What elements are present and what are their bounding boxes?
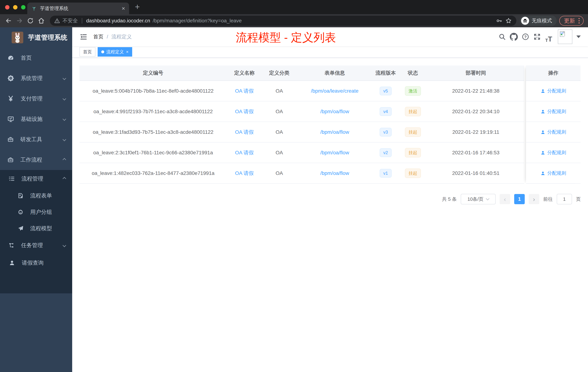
chevron-down-icon	[63, 243, 66, 247]
incognito-badge: 无痕模式	[520, 15, 557, 26]
definition-name-link[interactable]: OA 请假	[235, 108, 254, 115]
form-link[interactable]: /bpm/oa/flow	[320, 129, 349, 135]
sidebar-item-leave-query[interactable]: 请假查询	[0, 254, 72, 272]
definition-name-link[interactable]: OA 请假	[235, 88, 254, 94]
tab-close-icon[interactable]: ×	[122, 5, 125, 11]
assign-rule-link[interactable]: 分配规则	[540, 129, 566, 135]
sidebar-item-task-manage[interactable]: 任务管理	[0, 237, 72, 254]
definition-category: OA	[276, 88, 283, 94]
sidebar-item-user-group[interactable]: 用户分组	[0, 204, 72, 220]
prev-page-button[interactable]: ‹	[500, 194, 510, 204]
sidebar-item-process-form[interactable]: 流程表单	[0, 187, 72, 204]
definition-name-link[interactable]: OA 请假	[235, 129, 254, 136]
assign-rule-link[interactable]: 分配规则	[540, 88, 566, 94]
yen-icon	[7, 95, 14, 102]
sidebar-item-label: 系统管理	[21, 75, 42, 82]
sidebar-item-payment[interactable]: 支付管理	[0, 88, 72, 109]
version-badge: v1	[380, 169, 391, 178]
incognito-icon	[522, 18, 528, 24]
definition-id: oa_leave:5:004b710b-7b8a-11ec-8ef0-acde4…	[93, 88, 213, 94]
traffic-lights	[5, 5, 25, 10]
tab-title: 芋道管理系统	[40, 5, 118, 12]
sidebar-item-workflow[interactable]: 工作流程	[0, 150, 72, 170]
status-badge: 挂起	[405, 107, 421, 116]
browser-toolbar: 不安全 dashboard.yudao.iocoder.cn/bpm/manag…	[0, 14, 588, 27]
current-page-button[interactable]: 1	[514, 194, 525, 204]
assign-rule-link[interactable]: 分配规则	[540, 108, 566, 115]
bookmark-star-icon[interactable]	[505, 17, 512, 24]
key-icon[interactable]	[496, 17, 503, 24]
sidebar-item-label: 流程表单	[30, 192, 52, 199]
tags-bar: 首页流程定义×	[72, 46, 588, 58]
url-host: dashboard.yudao.iocoder.cn	[86, 18, 150, 24]
update-button[interactable]: 更新	[559, 16, 584, 26]
reload-icon[interactable]	[26, 17, 34, 25]
minimize-window-button[interactable]	[13, 5, 17, 10]
version-badge: v2	[380, 148, 391, 157]
deploy-time: 2022-01-16 01:40:51	[452, 170, 499, 176]
address-bar[interactable]: 不安全 dashboard.yudao.iocoder.cn/bpm/manag…	[50, 16, 516, 26]
tag-close-icon[interactable]: ×	[126, 50, 128, 54]
form-link[interactable]: /bpm/oa/leave/create	[311, 88, 358, 94]
version-badge: v5	[380, 87, 391, 95]
sidebar-item-process-model[interactable]: 流程模型	[0, 220, 72, 237]
help-icon[interactable]: ?	[520, 31, 531, 43]
back-icon[interactable]	[4, 17, 13, 25]
user-icon	[9, 260, 15, 266]
font-size-icon[interactable]: TT	[543, 31, 555, 43]
close-window-button[interactable]	[5, 5, 10, 10]
page-unit: 页	[576, 196, 581, 202]
sidebar-item-label: 请假查询	[22, 259, 44, 267]
forward-icon[interactable]	[15, 17, 24, 25]
status-badge: 激活	[405, 86, 421, 96]
table-row-actions: 分配规则	[526, 122, 580, 142]
chevron-up-icon	[63, 158, 66, 162]
tab-tag-1[interactable]: 流程定义×	[98, 47, 132, 57]
page-size-select[interactable]: 10条/页	[461, 194, 496, 204]
definition-name-link[interactable]: OA 请假	[235, 170, 254, 177]
new-tab-button[interactable]: +	[135, 2, 140, 12]
column-header-2: 定义分类	[262, 66, 296, 80]
deploy-time: 2022-01-16 17:46:53	[452, 150, 499, 156]
sidebar-item-infra[interactable]: 基础设施	[0, 109, 72, 129]
active-dot	[101, 50, 104, 53]
fullscreen-icon[interactable]	[531, 31, 543, 43]
definition-name-link[interactable]: OA 请假	[235, 149, 254, 156]
svg-text:?: ?	[524, 34, 526, 39]
browser-menu-icon[interactable]	[578, 18, 580, 23]
sidebar-item-process-manage[interactable]: 流程管理	[0, 170, 72, 187]
sidebar-item-home[interactable]: 首页	[0, 48, 72, 68]
search-icon[interactable]	[496, 31, 508, 43]
next-page-button[interactable]: ›	[529, 194, 539, 204]
form-link[interactable]: /bpm/oa/flow	[320, 109, 349, 114]
chevron-down-icon	[63, 117, 66, 121]
avatar[interactable]	[558, 30, 572, 44]
goto-page-input[interactable]	[557, 194, 572, 204]
browser-chrome: 芋道管理系统 × + 不安全 dashboard.yudao.iocoder.c…	[0, 0, 588, 27]
column-header-5: 状态	[398, 66, 428, 80]
form-link[interactable]: /bpm/oa/flow	[320, 170, 349, 176]
tab-tag-0[interactable]: 首页	[79, 47, 95, 57]
chevron-up-icon	[63, 177, 66, 181]
column-header-1: 定义名称	[227, 66, 262, 80]
update-label: 更新	[564, 17, 575, 25]
browser-tab[interactable]: 芋道管理系统 ×	[27, 2, 129, 14]
table-row: oa_leave:4:991f2193-7b7f-11ec-a3c8-acde4…	[79, 101, 524, 122]
assign-rule-link[interactable]: 分配规则	[540, 149, 566, 156]
pagination-total: 共 5 条	[442, 196, 457, 202]
zoom-window-button[interactable]	[21, 5, 25, 10]
form-link[interactable]: /bpm/oa/flow	[320, 150, 349, 156]
chevron-down-icon	[63, 77, 66, 80]
table-row: oa_leave:5:004b710b-7b8a-11ec-8ef0-acde4…	[79, 81, 524, 101]
hamburger-icon[interactable]	[79, 33, 87, 41]
breadcrumb-home[interactable]: 首页	[93, 33, 104, 40]
table-row-actions: 分配规则	[526, 163, 580, 184]
sidebar-item-system[interactable]: 系统管理	[0, 68, 72, 88]
home-icon[interactable]	[37, 17, 45, 25]
security-label: 不安全	[63, 17, 78, 24]
github-icon[interactable]	[508, 31, 520, 43]
assign-rule-link[interactable]: 分配规则	[540, 170, 566, 176]
avatar-caret-icon[interactable]	[576, 35, 581, 38]
flow-branch-icon	[9, 242, 15, 248]
sidebar-item-dev-tools[interactable]: 研发工具	[0, 129, 72, 150]
